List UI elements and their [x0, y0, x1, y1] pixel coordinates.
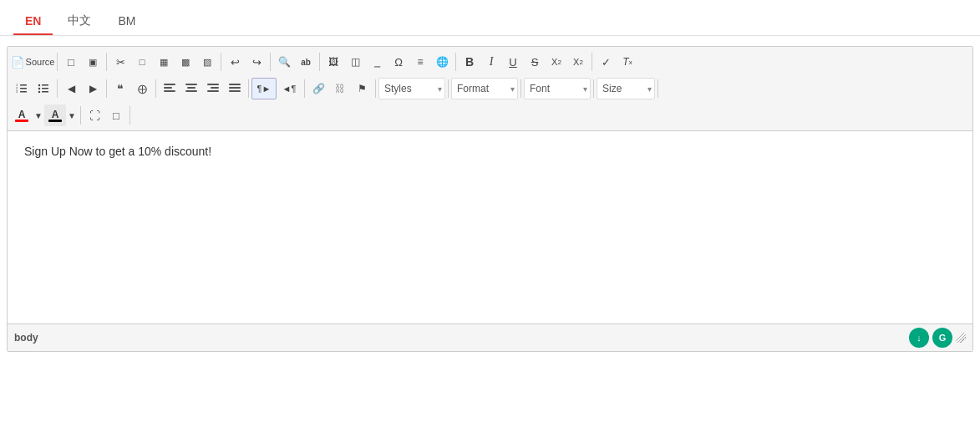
sep-1: [57, 53, 58, 71]
blockquote-button[interactable]: ❝: [109, 78, 131, 99]
image-button[interactable]: 🖼: [322, 51, 344, 73]
align-center-button[interactable]: [180, 78, 202, 99]
grammarly-down-button[interactable]: ↓: [909, 328, 929, 348]
language-tabs: EN 中文 BM: [0, 0, 980, 36]
resize-handle[interactable]: [956, 333, 966, 343]
svg-rect-15: [185, 84, 197, 85]
tab-en[interactable]: EN: [13, 8, 53, 34]
svg-rect-0: [20, 84, 27, 86]
svg-rect-7: [42, 88, 48, 89]
sep-6: [455, 53, 456, 71]
cut-button[interactable]: ✂: [109, 51, 131, 73]
svg-point-9: [38, 84, 40, 86]
size-select-wrapper[interactable]: Size 8pt 10pt 12pt 14pt: [597, 78, 655, 99]
font-color-button[interactable]: A: [11, 104, 33, 126]
bg-color-dropdown[interactable]: ▼: [66, 104, 78, 126]
replace-button[interactable]: ab: [295, 51, 317, 73]
strike-button[interactable]: S: [524, 51, 546, 73]
align-left-button[interactable]: [159, 78, 180, 99]
font-select[interactable]: Font Arial Times New Roman: [524, 78, 591, 99]
subscript-button[interactable]: X2: [546, 51, 567, 73]
svg-rect-19: [211, 87, 219, 89]
editor-content-area[interactable]: Sign Up Now to get a 10% discount!: [8, 131, 972, 323]
new-page-button[interactable]: □: [60, 51, 82, 73]
remove-format-button[interactable]: Tx: [617, 51, 638, 73]
format-select-wrapper[interactable]: Format Normal Heading 1 Heading 2: [451, 78, 518, 99]
editor-text: Sign Up Now to get a 10% discount!: [24, 145, 956, 158]
underline-button[interactable]: U: [502, 51, 524, 73]
table-button[interactable]: ◫: [344, 51, 366, 73]
list-toolbar-button[interactable]: ≡: [409, 51, 431, 73]
creole-button[interactable]: ⨁: [131, 78, 153, 99]
svg-rect-12: [164, 84, 175, 85]
special-char-button[interactable]: Ω: [388, 51, 409, 73]
templates-button[interactable]: ▣: [82, 51, 104, 73]
rtl-button[interactable]: ◄¶: [277, 78, 302, 99]
check-spelling-button[interactable]: ✓: [595, 51, 617, 73]
svg-text:3: 3: [16, 89, 18, 94]
show-blocks-button[interactable]: □: [105, 104, 127, 126]
bg-color-button[interactable]: A: [44, 104, 66, 126]
sep-9: [106, 79, 107, 98]
svg-rect-20: [207, 90, 219, 92]
bottom-icons: ↓ G: [909, 328, 966, 348]
find-button[interactable]: 🔍: [273, 51, 295, 73]
tab-bm[interactable]: BM: [106, 8, 147, 34]
toolbar: 📄 Source □ ▣ ✂ □ ▦ ▩ ▨ ↩ ↪: [8, 47, 972, 131]
redo-button[interactable]: ↪: [246, 51, 267, 73]
paste-plain-button[interactable]: ▩: [175, 51, 196, 73]
align-justify-button[interactable]: [224, 78, 246, 99]
size-select[interactable]: Size 8pt 10pt 12pt 14pt: [597, 78, 655, 99]
editor-tag: body: [14, 332, 38, 344]
paste-button[interactable]: ▦: [153, 51, 175, 73]
svg-rect-18: [207, 84, 219, 85]
ltr-button[interactable]: ¶►: [251, 78, 277, 99]
align-right-button[interactable]: [202, 78, 224, 99]
font-select-wrapper[interactable]: Font Arial Times New Roman: [524, 78, 591, 99]
format-select[interactable]: Format Normal Heading 1 Heading 2: [451, 78, 518, 99]
source-button[interactable]: 📄 Source: [11, 51, 54, 73]
bold-button[interactable]: B: [459, 51, 480, 73]
hr-button[interactable]: ⎯: [366, 51, 388, 73]
svg-rect-13: [164, 87, 172, 89]
numbered-list-button[interactable]: 1 2 3: [11, 78, 33, 99]
styles-select[interactable]: Styles Normal Heading 1 Heading 2: [378, 78, 445, 99]
unlink-button[interactable]: ⛓: [329, 78, 351, 99]
font-color-dropdown[interactable]: ▼: [33, 104, 44, 126]
svg-rect-8: [42, 91, 48, 93]
sep-5: [319, 53, 320, 71]
sep-10: [155, 79, 156, 98]
indent-decrease-button[interactable]: ◀: [60, 78, 82, 99]
superscript-button[interactable]: X2: [567, 51, 589, 73]
sep-15: [520, 79, 521, 98]
sep-16: [593, 79, 594, 98]
sep-18: [80, 106, 81, 125]
sep-13: [375, 79, 376, 98]
italic-button[interactable]: I: [480, 51, 502, 73]
anchor-button[interactable]: ⚑: [351, 78, 373, 99]
maximize-button[interactable]: ⛶: [84, 104, 105, 126]
link-manager-button[interactable]: 🌐: [431, 51, 453, 73]
sep-4: [270, 53, 271, 71]
svg-point-11: [38, 91, 40, 93]
undo-button[interactable]: ↩: [224, 51, 246, 73]
sep-2: [106, 53, 107, 71]
sep-3: [221, 53, 221, 71]
indent-increase-button[interactable]: ▶: [82, 78, 104, 99]
link-button[interactable]: 🔗: [307, 78, 329, 99]
sep-14: [448, 79, 449, 98]
sep-12: [304, 79, 305, 98]
styles-select-wrapper[interactable]: Styles Normal Heading 1 Heading 2: [378, 78, 445, 99]
tab-zh[interactable]: 中文: [56, 7, 103, 35]
svg-rect-14: [164, 90, 175, 92]
toolbar-row-2: 1 2 3 ◀ ▶: [11, 75, 969, 102]
svg-rect-22: [229, 87, 241, 89]
paste-word-button[interactable]: ▨: [196, 51, 218, 73]
editor-bottom-bar: body ↓ G: [8, 323, 972, 351]
svg-rect-17: [185, 90, 197, 92]
bulleted-list-button[interactable]: [33, 78, 54, 99]
sep-17: [658, 79, 658, 98]
toolbar-row-3: A ▼ A ▼ ⛶ □: [11, 102, 969, 129]
grammarly-button[interactable]: G: [932, 328, 952, 348]
copy-button[interactable]: □: [131, 51, 153, 73]
